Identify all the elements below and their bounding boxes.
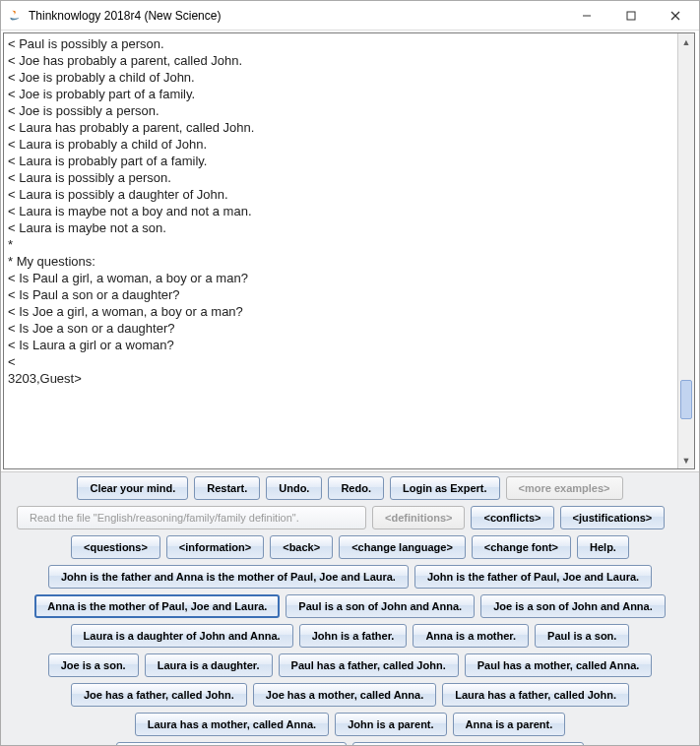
minimize-button[interactable] [564,2,608,30]
example-sentence-button[interactable]: Laura has a father, called John. [442,683,629,707]
scroll-thumb[interactable] [680,380,692,419]
scroll-down-button[interactable]: ▼ [678,452,694,468]
example-row: Anna is the mother of Paul, Joe and Laur… [7,594,693,618]
scrollbar[interactable]: ▲ ▼ [677,33,694,468]
window-controls [564,2,697,30]
example-sentence-button[interactable]: Anna is the mother of Paul, Joe and Laur… [34,594,280,618]
example-row: John is a parent of Paul, Joe and Laura.… [7,742,693,745]
scroll-track[interactable] [678,50,694,452]
example-sentence-button[interactable]: Joe has a mother, called Anna. [253,683,436,707]
example-sentence-button[interactable]: Laura has a mother, called Anna. [135,713,329,736]
restart-button[interactable]: Restart. [194,476,260,500]
console-output[interactable]: < Paul is possibly a person. < Joe has p… [4,33,677,468]
read-file-button: Read the file "English/reasoning/family/… [17,506,366,529]
change-font-button[interactable]: <change font> [472,535,571,559]
toolbar-row-3: <questions> <information> <back> <change… [7,535,693,559]
undo-button[interactable]: Undo. [266,476,322,500]
example-sentence-button[interactable]: Laura is a daughter. [145,653,273,677]
clear-mind-button[interactable]: Clear your mind. [77,476,188,500]
toolbar-row-2: Read the file "English/reasoning/family/… [7,506,693,529]
example-sentence-button[interactable]: John is a parent. [335,713,446,736]
example-sentence-button[interactable]: John is the father and Anna is the mothe… [48,565,409,589]
example-sentence-button[interactable]: John is a parent of Paul, Joe and Laura. [116,742,347,745]
definitions-button: <definitions> [372,506,465,529]
example-sentence-button[interactable]: Laura is a daughter of John and Anna. [71,624,293,648]
example-sentences: John is the father and Anna is the mothe… [7,565,693,745]
java-icon [7,8,23,24]
redo-button[interactable]: Redo. [328,476,384,500]
help-button[interactable]: Help. [577,535,629,559]
example-sentence-button[interactable]: John is the father of Paul, Joe and Laur… [414,565,652,589]
close-button[interactable] [653,2,697,30]
example-row: Joe is a son.Laura is a daughter.Paul ha… [7,653,693,677]
titlebar: Thinknowlogy 2018r4 (New Science) [1,1,699,31]
example-sentence-button[interactable]: Anna is a parent of Paul, Joe and Laura. [352,742,584,745]
example-sentence-button[interactable]: Joe has a father, called John. [71,683,247,707]
app-window: Thinknowlogy 2018r4 (New Science) < Paul… [0,0,700,746]
back-button[interactable]: <back> [270,535,333,559]
login-expert-button[interactable]: Login as Expert. [390,476,500,500]
maximize-button[interactable] [608,2,653,30]
information-button[interactable]: <information> [166,535,264,559]
questions-button[interactable]: <questions> [71,535,160,559]
svg-rect-1 [627,12,635,20]
button-area: Clear your mind. Restart. Undo. Redo. Lo… [1,471,699,745]
example-sentence-button[interactable]: Paul is a son. [535,624,629,648]
example-sentence-button[interactable]: Anna is a parent. [453,713,566,736]
console-panel: < Paul is possibly a person. < Joe has p… [3,32,695,469]
example-sentence-button[interactable]: Paul is a son of John and Anna. [286,594,475,618]
example-sentence-button[interactable]: Paul has a mother, called Anna. [465,653,653,677]
example-sentence-button[interactable]: Anna is a mother. [413,624,529,648]
more-examples-button: <more examples> [506,476,623,500]
window-title: Thinknowlogy 2018r4 (New Science) [29,9,564,23]
example-sentence-button[interactable]: Joe is a son of John and Anna. [480,594,666,618]
example-sentence-button[interactable]: Joe is a son. [48,653,139,677]
example-row: Laura is a daughter of John and Anna.Joh… [7,624,693,648]
change-language-button[interactable]: <change language> [339,535,466,559]
example-row: Joe has a father, called John.Joe has a … [7,683,693,707]
example-sentence-button[interactable]: Paul has a father, called John. [279,653,459,677]
scroll-up-button[interactable]: ▲ [678,33,694,50]
example-row: John is the father and Anna is the mothe… [7,565,693,589]
example-row: Laura has a mother, called Anna.John is … [7,713,693,736]
example-sentence-button[interactable]: John is a father. [299,624,408,648]
conflicts-button[interactable]: <conflicts> [471,506,553,529]
toolbar-row-1: Clear your mind. Restart. Undo. Redo. Lo… [7,476,693,500]
justifications-button[interactable]: <justifications> [560,506,666,529]
